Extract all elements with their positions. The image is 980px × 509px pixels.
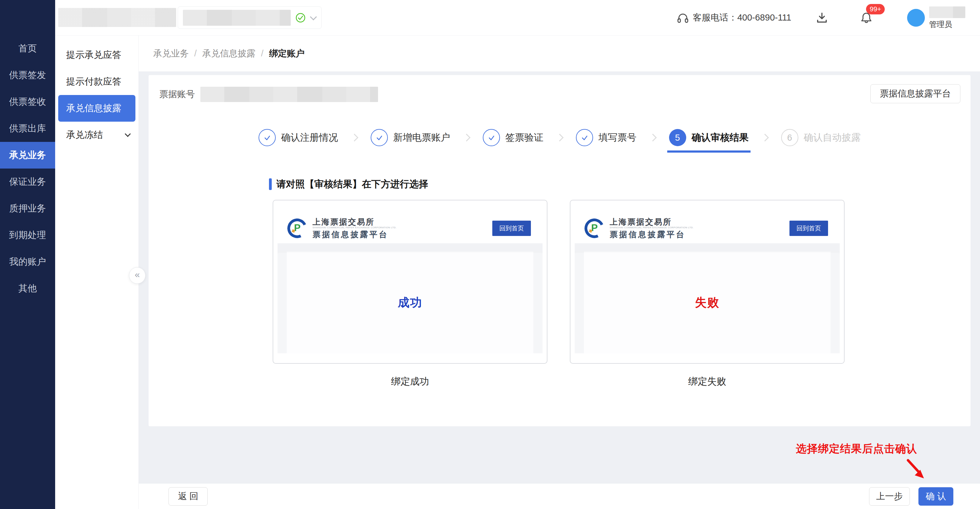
sidebar-item-guarantee-business[interactable]: 保证业务 bbox=[0, 169, 55, 195]
step-label: 新增电票账户 bbox=[393, 131, 450, 144]
mini-site-org-en: SHANGHAI COMMERCIAL PAPER EXCHANGE CORPO… bbox=[312, 226, 396, 229]
step-label: 确认审核结果 bbox=[692, 131, 749, 144]
sidebar-item-acceptance-business[interactable]: 承兑业务 bbox=[0, 142, 55, 169]
mini-site-home-button: 回到首页 bbox=[492, 221, 531, 236]
step-check-icon bbox=[259, 129, 276, 146]
mini-site-body: 成功 bbox=[278, 251, 542, 353]
step-add-ebill-account: 新增电票账户 bbox=[371, 129, 450, 146]
step-separator-icon bbox=[556, 134, 563, 141]
annotation-arrow-icon bbox=[904, 459, 929, 484]
mini-site-body: 失败 bbox=[575, 251, 840, 353]
secondary-menu: 提示承兑应答 提示付款应答 承兑信息披露 承兑冻结 bbox=[55, 35, 139, 509]
header-actions: 客服电话：400-6890-111 99+ 管理员 bbox=[676, 0, 965, 35]
step-label: 确认注册情况 bbox=[281, 131, 338, 144]
sidebar-item-home[interactable]: 首页 bbox=[0, 35, 55, 62]
user-role: 管理员 bbox=[929, 19, 952, 29]
user-name-redacted bbox=[929, 6, 965, 18]
step-confirm-registration: 确认注册情况 bbox=[259, 129, 338, 146]
chevron-down-icon bbox=[125, 131, 131, 137]
sidebar-item-bill-issue[interactable]: 供票签发 bbox=[0, 62, 55, 89]
user-info[interactable]: 管理员 bbox=[929, 6, 965, 29]
download-icon bbox=[815, 11, 829, 24]
back-button[interactable]: 返 回 bbox=[169, 487, 208, 506]
shcpe-logo-icon: P bbox=[285, 216, 310, 241]
verified-check-icon bbox=[295, 12, 306, 23]
step-check-icon bbox=[371, 129, 388, 146]
customer-service: 客服电话：400-6890-111 bbox=[676, 11, 791, 24]
mini-site-navbar bbox=[278, 243, 542, 251]
mini-site-navbar bbox=[575, 243, 840, 251]
submenu-item-prompt-payment-reply[interactable]: 提示付款应答 bbox=[55, 68, 138, 95]
submenu-item-prompt-acceptance-reply[interactable]: 提示承兑应答 bbox=[55, 42, 138, 68]
option-card-bind-fail[interactable]: P 上海票据交易所 SHANGHAI COMMERCIAL PAPER EXCH… bbox=[570, 200, 845, 364]
submenu-item-acceptance-info-disclosure[interactable]: 承兑信息披露 bbox=[58, 95, 135, 122]
footer-action-bar: 返 回 上一步 确 认 bbox=[139, 483, 980, 509]
bind-account-panel: 票据账号 票据信息披露平台 确认注册情况 新增电票账户 bbox=[149, 75, 970, 426]
sidebar-item-bill-receive[interactable]: 供票签收 bbox=[0, 89, 55, 115]
submenu-item-acceptance-freeze[interactable]: 承兑冻结 bbox=[55, 122, 138, 148]
bill-account-label: 票据账号 bbox=[159, 88, 195, 100]
mini-site-platform-title: 票据信息披露平台 bbox=[609, 230, 694, 239]
bill-info-disclosure-platform-button[interactable]: 票据信息披露平台 bbox=[870, 84, 960, 103]
mini-site-org-en: SHANGHAI COMMERCIAL PAPER EXCHANGE CORPO… bbox=[609, 226, 694, 229]
app-root: 首页 供票签发 供票签收 供票出库 承兑业务 保证业务 质押业务 到期处理 我的… bbox=[0, 0, 980, 509]
top-header: 客服电话：400-6890-111 99+ 管理员 bbox=[55, 0, 980, 35]
breadcrumb-acceptance-info-disclosure[interactable]: 承兑信息披露 bbox=[202, 48, 256, 60]
bill-account-number-redacted bbox=[200, 87, 378, 102]
app-logo-redacted bbox=[58, 8, 176, 27]
step-check-icon bbox=[483, 129, 500, 146]
mini-site-preview: P 上海票据交易所 SHANGHAI COMMERCIAL PAPER EXCH… bbox=[570, 200, 844, 353]
mini-site-preview: P 上海票据交易所 SHANGHAI COMMERCIAL PAPER EXCH… bbox=[273, 200, 547, 353]
step-label: 签票验证 bbox=[506, 131, 544, 144]
chevron-down-icon bbox=[310, 13, 317, 20]
mini-site-header: P 上海票据交易所 SHANGHAI COMMERCIAL PAPER EXCH… bbox=[287, 216, 531, 241]
shcpe-logo-letter: P bbox=[591, 222, 598, 234]
step-check-icon bbox=[576, 129, 593, 146]
section-title: 请对照【审核结果】在下方进行选择 bbox=[269, 178, 428, 191]
option-card-bind-success[interactable]: P 上海票据交易所 SHANGHAI COMMERCIAL PAPER EXCH… bbox=[273, 200, 547, 364]
mini-site-header: P 上海票据交易所 SHANGHAI COMMERCIAL PAPER EXCH… bbox=[584, 216, 828, 241]
step-confirm-audit-result: 5 确认审核结果 bbox=[669, 129, 749, 146]
step-separator-icon bbox=[463, 134, 470, 141]
sidebar-item-my-account[interactable]: 我的账户 bbox=[0, 248, 55, 275]
mini-site-org-cn: 上海票据交易所 bbox=[609, 218, 694, 226]
collapse-sidebar-button[interactable]: « bbox=[129, 267, 145, 284]
step-separator-icon bbox=[350, 134, 358, 141]
section-title-text: 请对照【审核结果】在下方进行选择 bbox=[276, 178, 428, 191]
step-number: 6 bbox=[781, 129, 798, 146]
breadcrumb: 承兑业务 / 承兑信息披露 / 绑定账户 bbox=[139, 35, 980, 72]
footer-right-buttons: 上一步 确 认 bbox=[869, 487, 953, 506]
sidebar-item-others[interactable]: 其他 bbox=[0, 275, 55, 302]
previous-step-button[interactable]: 上一步 bbox=[869, 487, 910, 506]
step-label: 确认自动披露 bbox=[804, 131, 861, 144]
notifications-button[interactable]: 99+ bbox=[859, 11, 873, 25]
primary-sidebar: 首页 供票签发 供票签收 供票出库 承兑业务 保证业务 质押业务 到期处理 我的… bbox=[0, 0, 55, 509]
avatar[interactable] bbox=[907, 9, 925, 27]
company-name-redacted bbox=[183, 10, 291, 26]
step-number: 5 bbox=[669, 129, 686, 146]
confirm-button[interactable]: 确 认 bbox=[918, 487, 953, 506]
mini-site-titles: 上海票据交易所 SHANGHAI COMMERCIAL PAPER EXCHAN… bbox=[609, 218, 694, 239]
customer-service-phone: 客服电话：400-6890-111 bbox=[693, 12, 791, 24]
headset-icon bbox=[676, 11, 689, 24]
option-caption-success: 绑定成功 bbox=[273, 375, 547, 388]
sidebar-item-pledge-business[interactable]: 质押业务 bbox=[0, 195, 55, 222]
result-text-fail: 失败 bbox=[695, 295, 720, 310]
sidebar-item-maturity-processing[interactable]: 到期处理 bbox=[0, 222, 55, 248]
mini-site-titles: 上海票据交易所 SHANGHAI COMMERCIAL PAPER EXCHAN… bbox=[312, 218, 396, 239]
breadcrumb-acceptance-business[interactable]: 承兑业务 bbox=[153, 48, 189, 60]
shcpe-logo-icon: P bbox=[582, 216, 607, 241]
shcpe-logo-letter: P bbox=[294, 222, 301, 234]
mini-site-org-cn: 上海票据交易所 bbox=[312, 218, 396, 226]
company-selector[interactable] bbox=[178, 6, 322, 29]
sidebar-item-bill-outbound[interactable]: 供票出库 bbox=[0, 115, 55, 142]
primary-sidebar-list: 首页 供票签发 供票签收 供票出库 承兑业务 保证业务 质押业务 到期处理 我的… bbox=[0, 35, 55, 302]
result-text-success: 成功 bbox=[398, 295, 422, 310]
download-button[interactable] bbox=[815, 11, 829, 24]
notification-badge: 99+ bbox=[866, 4, 885, 14]
main-content: 票据账号 票据信息披露平台 确认注册情况 新增电票账户 bbox=[139, 72, 980, 483]
breadcrumb-separator: / bbox=[194, 48, 197, 59]
section-title-bar bbox=[269, 178, 272, 190]
bill-account-row: 票据账号 bbox=[159, 87, 378, 102]
step-confirm-auto-disclosure: 6 确认自动披露 bbox=[781, 129, 861, 146]
